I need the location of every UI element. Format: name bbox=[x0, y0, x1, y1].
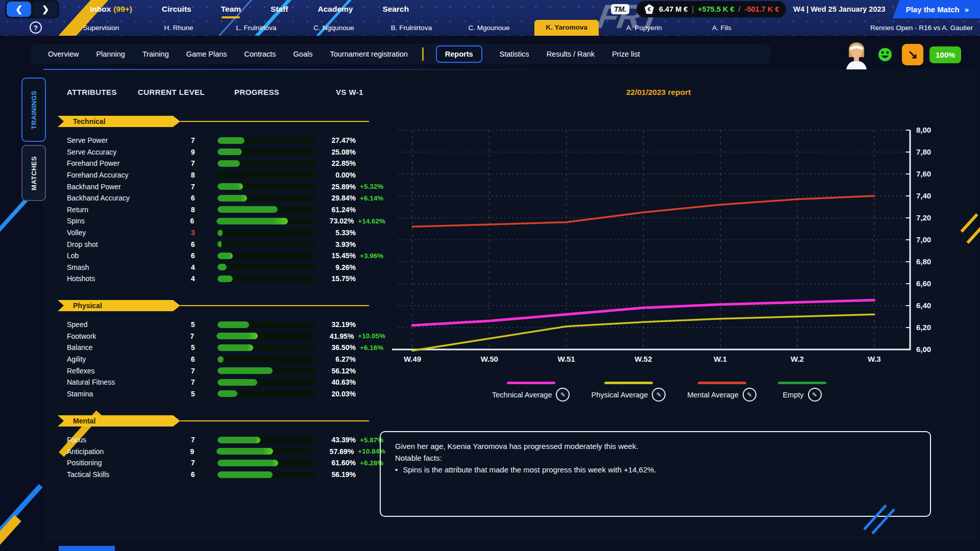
attribute-progress-bar bbox=[217, 356, 316, 363]
attribute-progress-bar bbox=[217, 344, 316, 351]
attribute-progress-pct: 0.00% bbox=[316, 171, 356, 179]
form-tile[interactable]: ↘ bbox=[902, 44, 923, 65]
attribute-progress-pct: 73.02% bbox=[314, 217, 354, 225]
sidetab-matches[interactable]: MATCHES bbox=[21, 145, 46, 201]
attribute-progress-pct: 20.03% bbox=[316, 390, 356, 398]
attribute-level: 3 bbox=[184, 229, 202, 237]
attribute-level: 7 bbox=[184, 136, 202, 144]
tab-training[interactable]: Training bbox=[142, 50, 169, 58]
section-banner: Mental bbox=[58, 415, 180, 427]
attribute-label: Forehand Accuracy bbox=[67, 171, 184, 179]
edit-icon[interactable]: ✎ bbox=[556, 388, 570, 402]
nav-item-search[interactable]: Search bbox=[382, 5, 409, 14]
player-tab-h-rhune[interactable]: H. Rhune bbox=[140, 21, 217, 35]
attribute-progress-fill bbox=[217, 183, 243, 190]
chart-axis bbox=[392, 130, 910, 349]
nav-item-circuits[interactable]: Circuits bbox=[162, 5, 191, 14]
attribute-level: 7 bbox=[184, 459, 202, 467]
player-avatar[interactable] bbox=[845, 40, 868, 69]
nav-item-academy[interactable]: Academy bbox=[317, 5, 353, 14]
edit-icon[interactable]: ✎ bbox=[808, 388, 822, 402]
section-tab-bar: OverviewPlanningTrainingGame PlansContra… bbox=[31, 44, 771, 64]
attribute-row: Natural Fitness740.63% bbox=[48, 377, 385, 388]
chart-legend: Technical Average✎Physical Average✎Menta… bbox=[388, 382, 930, 402]
back-button[interactable]: ❮ bbox=[7, 2, 31, 17]
attribute-level: 6 bbox=[184, 240, 202, 248]
player-tab-a-popyerin[interactable]: A. Popyerin bbox=[605, 21, 683, 35]
legend-label-row: Technical Average✎ bbox=[492, 388, 570, 402]
section-banner: Technical bbox=[58, 116, 180, 127]
legend-swatch bbox=[778, 382, 826, 384]
tab-results-rank[interactable]: Results / Rank bbox=[547, 50, 595, 58]
nav-item-team[interactable]: Team bbox=[221, 5, 241, 14]
money-slash: / bbox=[739, 5, 741, 13]
help-icon[interactable]: ? bbox=[30, 21, 42, 34]
player-tab-c-ngqunoue[interactable]: C. Ngqunoue bbox=[295, 21, 373, 35]
attribute-progress-bar bbox=[217, 379, 316, 386]
tab-overview[interactable]: Overview bbox=[48, 50, 79, 58]
player-tab-a-fils[interactable]: A. Fils bbox=[683, 21, 761, 35]
nav-item-staff[interactable]: Staff bbox=[271, 5, 288, 14]
finance-summary[interactable]: € 6.47 M € | +575.5 K € / -501.7 K € bbox=[636, 1, 786, 17]
attribute-row: Focus743.39%+5.87% bbox=[48, 434, 385, 446]
attribute-progress-pct: 25.89% bbox=[316, 183, 356, 191]
forward-button[interactable]: ❯ bbox=[33, 2, 58, 17]
note-line2: Notable facts: bbox=[395, 452, 916, 464]
tab-planning[interactable]: Planning bbox=[96, 50, 125, 58]
attribute-progress-bar bbox=[217, 183, 316, 190]
sidetab-trainings[interactable]: TRAININGS bbox=[21, 78, 46, 142]
legend-label: Empty bbox=[782, 391, 803, 399]
attribute-row: Smash49.26% bbox=[48, 262, 385, 273]
tab-contracts[interactable]: Contracts bbox=[244, 50, 276, 58]
attribute-level: 6 bbox=[183, 217, 201, 225]
attribute-progress-fill bbox=[217, 379, 257, 386]
play-the-match-button[interactable]: Play the Match » bbox=[893, 0, 980, 18]
svg-text:€: € bbox=[648, 6, 651, 12]
attribute-row: Footwork741.95%+10.05% bbox=[48, 331, 385, 342]
bullet-glyph: • bbox=[395, 464, 398, 475]
y-axis-tick-label: 7,00 bbox=[916, 235, 931, 244]
main-menu: Inbox(99+)CircuitsTeamStaffAcademySearch bbox=[90, 5, 409, 14]
player-tab-c-mgounoue[interactable]: C. Mgounoue bbox=[450, 21, 528, 35]
player-tab-b-frulnirtova[interactable]: B. Frulnirtova bbox=[373, 21, 450, 35]
section-rows: Speed532.19%Footwork741.95%+10.05%Balanc… bbox=[48, 319, 385, 399]
attribute-progress-pct: 22.85% bbox=[316, 159, 356, 167]
player-tab-l-frulnirtova[interactable]: L. Frulnirtova bbox=[217, 21, 295, 35]
legend-swatch bbox=[507, 382, 555, 384]
attribute-progress-bar bbox=[217, 437, 316, 443]
nav-item-inbox[interactable]: Inbox(99+) bbox=[90, 5, 132, 14]
x-axis-tick-label: W.2 bbox=[791, 355, 804, 363]
player-tab-k-yaromova[interactable]: K. Yaromova bbox=[534, 20, 599, 36]
legend-label: Technical Average bbox=[492, 391, 552, 399]
attribute-level: 9 bbox=[183, 447, 201, 456]
attribute-label: Focus bbox=[67, 436, 184, 444]
form-arrow-icon: ↘ bbox=[908, 47, 918, 62]
player-tab-supervision[interactable]: Supervision bbox=[62, 21, 140, 35]
x-axis-tick-label: W.50 bbox=[481, 355, 498, 363]
tab-reports[interactable]: Reports bbox=[436, 45, 482, 63]
tab-prize-list[interactable]: Prize list bbox=[612, 50, 640, 58]
attribute-vs-delta: +10.05% bbox=[358, 332, 385, 340]
attribute-progress-fill bbox=[217, 160, 240, 167]
nav-item-label: Team bbox=[221, 5, 241, 13]
unread-count-badge: (99+) bbox=[113, 5, 132, 13]
attribute-progress-pct: 56.19% bbox=[316, 470, 356, 479]
tab-tournament-registration[interactable]: Tournament registration bbox=[330, 50, 407, 58]
morale-tile[interactable] bbox=[874, 44, 896, 65]
y-axis-tick-label: 7,20 bbox=[916, 213, 931, 222]
column-header-attributes: ATTRIBUTES bbox=[67, 88, 117, 96]
section-banner-label: Mental bbox=[73, 417, 95, 425]
tab-statistics[interactable]: Statistics bbox=[500, 50, 529, 58]
attribute-row: Balance536.50%+6.16% bbox=[48, 342, 385, 354]
tab-goals[interactable]: Goals bbox=[293, 50, 313, 58]
attribute-level: 5 bbox=[184, 343, 202, 352]
attribute-progress-fill bbox=[217, 460, 278, 466]
nav-item-label: Circuits bbox=[162, 5, 191, 13]
attribute-progress-pct: 41.95% bbox=[314, 332, 354, 340]
next-match-label: Rennes Open - R16 vs A. Gautier bbox=[870, 24, 973, 32]
attribute-vs-delta: +14.62% bbox=[358, 217, 385, 225]
legend-swatch bbox=[604, 382, 653, 384]
edit-icon[interactable]: ✎ bbox=[743, 388, 756, 402]
tab-game-plans[interactable]: Game Plans bbox=[186, 50, 227, 58]
edit-icon[interactable]: ✎ bbox=[652, 388, 666, 402]
